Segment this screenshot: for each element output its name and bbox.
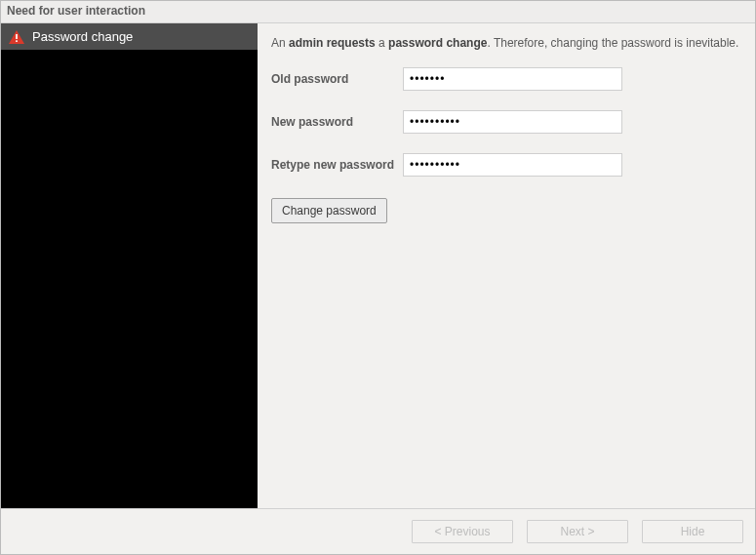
window-titlebar: Need for user interaction bbox=[1, 1, 755, 22]
sidebar-item-password-change[interactable]: Password change bbox=[1, 23, 258, 50]
alert-icon bbox=[9, 30, 24, 44]
hide-button[interactable]: Hide bbox=[642, 520, 743, 543]
row-old-password: Old password bbox=[271, 67, 741, 91]
svg-rect-1 bbox=[16, 34, 18, 39]
input-old-password[interactable] bbox=[403, 67, 622, 91]
row-retype-password: Retype new password bbox=[271, 153, 741, 177]
input-retype-password[interactable] bbox=[403, 153, 622, 177]
next-button[interactable]: Next > bbox=[527, 520, 628, 543]
input-new-password[interactable] bbox=[403, 110, 622, 134]
dialog-body: Password change An admin requests a pass… bbox=[1, 22, 755, 509]
svg-rect-2 bbox=[16, 40, 18, 42]
window-title: Need for user interaction bbox=[7, 4, 145, 18]
label-new-password: New password bbox=[271, 115, 403, 129]
change-password-button[interactable]: Change password bbox=[271, 198, 387, 223]
dialog-window: Need for user interaction Password chang… bbox=[0, 0, 756, 555]
sidebar: Password change bbox=[1, 23, 258, 508]
previous-button[interactable]: < Previous bbox=[412, 520, 513, 543]
wizard-footer: < Previous Next > Hide bbox=[1, 509, 755, 554]
row-new-password: New password bbox=[271, 110, 741, 134]
sidebar-item-label: Password change bbox=[32, 29, 133, 44]
main-panel: An admin requests a password change. The… bbox=[258, 23, 755, 508]
prompt-text: An admin requests a password change. The… bbox=[271, 36, 741, 50]
label-retype-password: Retype new password bbox=[271, 158, 403, 172]
label-old-password: Old password bbox=[271, 72, 403, 86]
